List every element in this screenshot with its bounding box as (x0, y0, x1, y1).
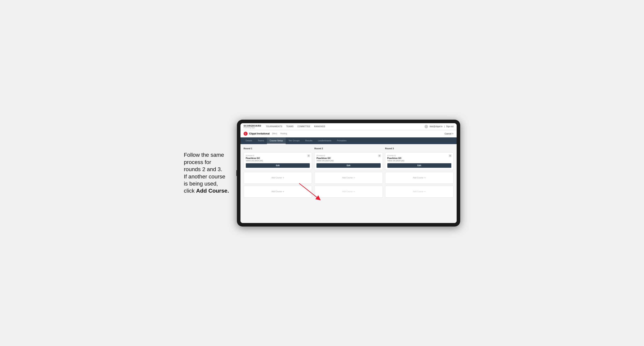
round-2-add-course-text-2: Add Course + (342, 190, 355, 193)
round-2-add-course-1[interactable]: Add Course + (314, 172, 382, 184)
round-3-column: Round 3 ⊟ (Course A) Peachtree GC Yellow… (385, 147, 454, 197)
tab-tee-groups[interactable]: Tee Groups (286, 137, 302, 144)
brand-logo: SCOREBOARD Powered by clippd (244, 125, 261, 128)
user-avatar (424, 125, 428, 128)
round-2-plus-icon-2: + (354, 190, 355, 193)
round-3-plus-icon-2: + (424, 190, 426, 193)
round-1-course-card: ⊟ (Course A) Peachtree GC Yellow (M) (66… (244, 152, 312, 170)
round-1-plus-icon-2: + (283, 190, 284, 193)
round-1-add-course-2[interactable]: Add Course + (244, 186, 312, 197)
tab-details[interactable]: Details (243, 137, 255, 144)
round-3-course-name: Peachtree GC (387, 157, 451, 159)
instruction-line4: If another course (184, 173, 225, 179)
cancel-button[interactable]: Cancel × (444, 133, 454, 135)
rounds-grid: Round 1 ⊟ (Course A) Peachtree GC Yellow… (244, 147, 454, 197)
brand-name: SCOREBOARD (244, 125, 261, 127)
clippd-logo: C (244, 132, 248, 136)
round-2-column: Round 2 ⊟ (Course A) Peachtree GC Yellow… (314, 147, 382, 197)
round-2-course-label: (Course A) (316, 155, 380, 157)
tablet-frame: SCOREBOARD Powered by clippd TOURNAMENTS… (237, 120, 460, 226)
tab-course-setup[interactable]: Course Setup (267, 137, 286, 144)
round-1-add-course-text-1: Add Course + (272, 176, 284, 179)
tabs-bar: Details Teams Course Setup Tee Groups Re… (240, 137, 457, 144)
main-content: Round 1 ⊟ (Course A) Peachtree GC Yellow… (240, 144, 457, 223)
instruction-line3: rounds 2 and 3. (184, 166, 222, 172)
hosting-badge: Hosting (280, 133, 287, 135)
top-nav: SCOREBOARD Powered by clippd TOURNAMENTS… (240, 123, 457, 130)
round-1-delete-icon[interactable]: ⊟ (307, 154, 310, 157)
instruction-line2: process for (184, 159, 211, 165)
round-3-add-course-1[interactable]: Add Course + (385, 172, 454, 184)
round-2-add-course-text-1: Add Course + (342, 176, 355, 179)
round-1-title: Round 1 (244, 147, 312, 150)
instruction-panel: Follow the same process for rounds 2 and… (184, 152, 229, 194)
tab-printables[interactable]: Printables (334, 137, 349, 144)
close-icon: × (452, 133, 454, 135)
nav-tournaments[interactable]: TOURNAMENTS (266, 125, 282, 128)
powered-by: Powered by clippd (244, 127, 261, 128)
round-1-edit-button[interactable]: Edit (246, 163, 310, 168)
round-2-delete-icon[interactable]: ⊟ (378, 154, 381, 157)
nav-right: blair@clippd.io | Sign out (424, 125, 454, 128)
round-3-delete-icon[interactable]: ⊟ (448, 154, 452, 157)
nav-teams[interactable]: TEAMS (286, 125, 294, 128)
tablet-screen: SCOREBOARD Powered by clippd TOURNAMENTS… (240, 123, 457, 223)
round-3-course-label: (Course A) (387, 155, 451, 157)
round-3-plus-icon-1: + (424, 176, 426, 179)
instruction-line1: Follow the same (184, 152, 224, 158)
cancel-label: Cancel (444, 133, 451, 135)
round-1-course-details: Yellow (M) (6629 yds) (246, 160, 310, 162)
round-2-course-details: Yellow (M) (6629 yds) (316, 160, 380, 162)
user-email: blair@clippd.io (430, 125, 443, 128)
instruction-line6: click (184, 188, 196, 194)
round-1-course-label: (Course A) (246, 155, 310, 157)
sign-out-link[interactable]: Sign out (446, 125, 454, 128)
nav-separator: | (444, 125, 445, 128)
round-2-edit-button[interactable]: Edit (316, 163, 380, 168)
tab-leaderboards[interactable]: Leaderboards (315, 137, 334, 144)
tournament-gender: (Men) (272, 133, 277, 135)
tournament-name: Clippd Invitational (249, 132, 270, 135)
page-wrapper: Follow the same process for rounds 2 and… (184, 120, 460, 226)
round-1-course-name: Peachtree GC (246, 157, 310, 159)
round-2-title: Round 2 (314, 147, 382, 150)
round-3-add-course-2: Add Course + (385, 186, 454, 197)
tournament-info: C Clippd Invitational (Men) Hosting (244, 132, 287, 136)
round-3-title: Round 3 (385, 147, 454, 150)
round-2-course-name: Peachtree GC (316, 157, 380, 159)
nav-rankings[interactable]: RANKINGS (314, 125, 325, 128)
instruction-line5: is being used, (184, 180, 218, 187)
round-3-add-course-text-1: Add Course + (413, 176, 426, 179)
round-3-course-details: Yellow (M) (6629 yds) (387, 160, 451, 162)
round-1-plus-icon-1: + (283, 176, 284, 179)
round-1-column: Round 1 ⊟ (Course A) Peachtree GC Yellow… (244, 147, 312, 197)
tournament-bar: C Clippd Invitational (Men) Hosting Canc… (240, 130, 457, 137)
round-1-add-course-text-2: Add Course + (272, 190, 284, 193)
nav-links: TOURNAMENTS TEAMS COMMITTEE RANKINGS (266, 125, 420, 128)
tablet-side-button (236, 170, 237, 176)
round-2-plus-icon-1: + (354, 176, 355, 179)
round-3-course-card: ⊟ (Course A) Peachtree GC Yellow (M) (66… (385, 152, 454, 170)
tab-teams[interactable]: Teams (255, 137, 267, 144)
tab-results[interactable]: Results (302, 137, 315, 144)
round-3-add-course-text-2: Add Course + (413, 190, 426, 193)
nav-committee[interactable]: COMMITTEE (298, 125, 310, 128)
round-2-course-card: ⊟ (Course A) Peachtree GC Yellow (M) (66… (314, 152, 382, 170)
round-3-edit-button[interactable]: Edit (387, 163, 451, 168)
round-1-add-course-1[interactable]: Add Course + (244, 172, 312, 184)
round-2-add-course-2: Add Course + (314, 186, 382, 197)
instruction-bold: Add Course. (196, 188, 229, 194)
